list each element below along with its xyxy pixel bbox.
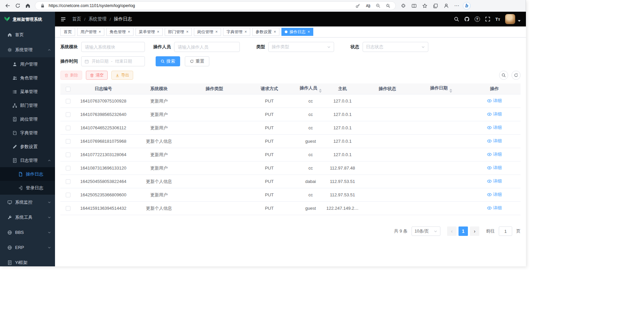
row-checkbox[interactable] [66,152,70,157]
github-icon[interactable] [464,16,470,22]
password-key-icon[interactable] [354,2,362,9]
sidebar-item-system-mgmt[interactable]: 系统管理 [0,42,55,57]
sidebar-item-dict-mgmt[interactable]: 字典管理 [0,126,55,140]
row-checkbox[interactable] [66,166,70,171]
zoom-out-icon[interactable] [374,2,382,9]
row-checkbox[interactable] [66,112,70,117]
sidebar-item-post-mgmt[interactable]: 岗位管理 [0,112,55,126]
current-page-button[interactable]: 1 [459,226,468,236]
tab-user-mgmt[interactable]: 用户管理× [77,28,104,36]
sort-icon[interactable] [449,89,452,93]
close-icon[interactable]: × [274,30,276,34]
read-aloud-icon[interactable]: A)) [364,2,372,9]
close-icon[interactable]: × [186,30,189,34]
breadcrumb-home[interactable]: 首页 [72,16,81,22]
bing-copilot-icon[interactable]: b [463,2,471,10]
detail-link[interactable]: 详细 [487,151,502,157]
sidebar-item-menu-mgmt[interactable]: 菜单管理 [0,85,55,99]
search-button[interactable]: 搜索 [156,56,180,66]
show-search-button[interactable] [499,71,508,80]
detail-link[interactable]: 详细 [487,165,502,171]
sidebar-item-yi-framework[interactable]: Yi框架 [0,255,55,266]
breadcrumb-system-mgmt[interactable]: 系统管理 [89,16,107,22]
tab-dept-mgmt[interactable]: 部门管理× [165,28,192,36]
status-select[interactable]: 日志状态 [363,42,428,52]
close-icon[interactable]: × [157,30,159,34]
prev-page-button[interactable]: ‹ [447,226,457,236]
profile-icon[interactable] [441,1,451,10]
extensions-icon[interactable] [398,1,408,10]
select-all-checkbox[interactable] [66,87,70,91]
address-bar[interactable]: https://ccnetcore.com:1101/system/log/op… [35,1,396,10]
col-date[interactable]: 操作日期 [414,85,468,93]
browser-home-button[interactable] [23,1,33,10]
sidebar-item-monitor[interactable]: 系统监控 [0,195,55,210]
url-text[interactable]: https://ccnetcore.com:1101/system/log/op… [49,3,352,8]
sidebar-item-erp[interactable]: ERP [0,240,55,255]
row-checkbox[interactable] [66,206,70,211]
collections-icon[interactable] [431,1,440,10]
tab-param-settings[interactable]: 参数设置× [252,28,279,36]
detail-link[interactable]: 详细 [487,178,502,184]
page-size-select[interactable]: 10条/页 [412,226,440,236]
row-checkbox[interactable] [66,99,70,104]
sidebar-item-oper-log[interactable]: 操作日志 [0,167,55,181]
tab-menu-mgmt[interactable]: 菜单管理× [136,28,163,36]
detail-link[interactable]: 详细 [487,205,502,211]
close-icon[interactable]: × [128,30,130,34]
detail-link[interactable]: 详细 [487,98,502,104]
detail-link[interactable]: 详细 [487,125,502,131]
tab-post-mgmt[interactable]: 岗位管理× [194,28,221,36]
date-range-picker[interactable]: 开始日期 - 结束日期 [81,56,145,66]
user-avatar[interactable] [505,14,515,24]
sort-icon[interactable] [319,89,322,93]
sidebar-item-log-mgmt[interactable]: 日志管理 [0,153,55,167]
row-checkbox[interactable] [66,179,70,184]
col-operator[interactable]: 操作人员 [297,85,324,93]
help-icon[interactable]: ? [475,16,480,22]
sidebar-item-user-mgmt[interactable]: 用户管理 [0,57,55,71]
close-icon[interactable]: × [215,30,218,34]
lock-icon[interactable] [39,2,47,9]
hamburger-icon[interactable] [60,16,66,22]
close-icon[interactable]: × [245,30,247,34]
split-screen-icon[interactable] [409,1,419,10]
sidebar-item-bbs[interactable]: BBS [0,225,55,240]
row-checkbox[interactable] [66,193,70,197]
back-button[interactable] [3,1,13,10]
sidebar-item-home[interactable]: 首页 [0,27,55,42]
module-input[interactable] [81,42,145,52]
clear-button[interactable]: 清空 [86,71,108,80]
row-checkbox[interactable] [66,126,70,130]
delete-button[interactable]: 删除 [60,71,82,80]
type-select[interactable]: 操作类型 [268,42,334,52]
row-checkbox[interactable] [66,139,70,144]
tab-dict-mgmt[interactable]: 字典管理× [223,28,250,36]
tab-oper-log[interactable]: 操作日志× [281,28,313,36]
detail-link[interactable]: 详细 [487,138,502,144]
detail-link[interactable]: 详细 [487,111,502,117]
goto-page-input[interactable] [499,226,512,236]
fullscreen-icon[interactable] [485,16,490,22]
close-icon[interactable]: × [99,30,101,34]
close-icon[interactable]: × [308,30,310,34]
reload-button[interactable] [13,1,23,10]
export-button[interactable]: 导出 [111,71,133,80]
sidebar-item-role-mgmt[interactable]: 角色管理 [0,71,55,85]
sidebar-item-tools[interactable]: 系统工具 [0,210,55,225]
favorites-icon[interactable] [420,1,429,10]
refresh-table-button[interactable] [512,71,521,80]
tab-home[interactable]: 首页 [60,28,75,36]
font-size-icon[interactable]: Tт [495,17,500,22]
add-favorite-icon[interactable] [384,2,392,9]
sidebar-item-login-log[interactable]: 登录日志 [0,181,55,195]
operator-input[interactable] [174,42,240,52]
reset-button[interactable]: 重置 [185,56,209,66]
sidebar-item-param-settings[interactable]: 参数设置 [0,140,55,153]
sidebar-item-dept-mgmt[interactable]: 部门管理 [0,99,55,112]
search-icon[interactable] [454,16,459,22]
next-page-button[interactable]: › [470,226,479,236]
tab-role-mgmt[interactable]: 角色管理× [106,28,133,36]
app-logo[interactable]: 意框架管理系统 [0,12,55,27]
detail-link[interactable]: 详细 [487,192,502,198]
